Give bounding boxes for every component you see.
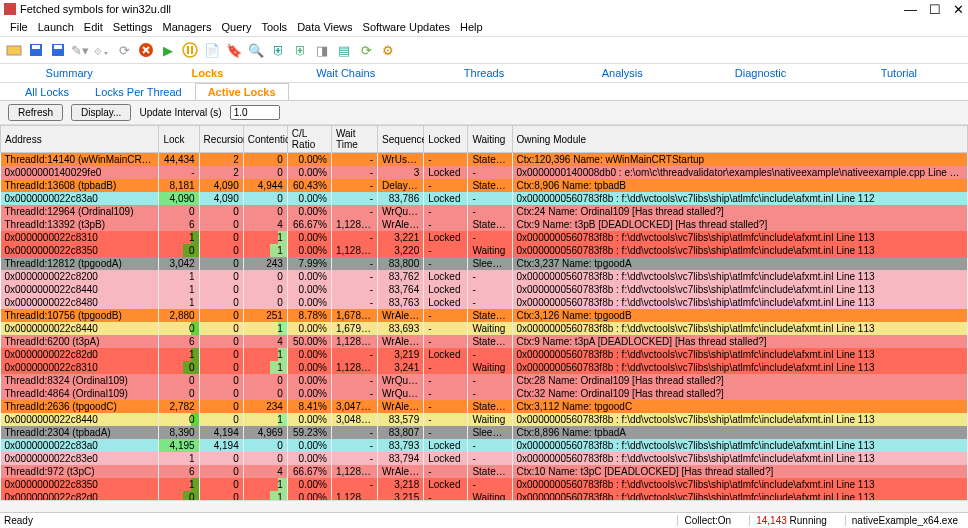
table-row[interactable]: ThreadId:13392 (t3pB)60466.67%1,128,464m… <box>1 218 968 231</box>
status-ready: Ready <box>4 515 33 526</box>
refresh-button[interactable]: Refresh <box>8 104 63 121</box>
table-row[interactable]: ThreadId:2636 (tpgoodC)2,78202348.41%3,0… <box>1 400 968 413</box>
pause-icon[interactable] <box>180 40 200 60</box>
tab-diagnostic[interactable]: Diagnostic <box>691 64 829 82</box>
refresh-icon[interactable]: ⟳ <box>114 40 134 60</box>
table-row[interactable]: 0x0000000022c83a04,0904,09000.00%-83,786… <box>1 192 968 205</box>
menu-edit[interactable]: Edit <box>80 20 107 34</box>
svg-rect-0 <box>7 46 21 55</box>
tab-summary[interactable]: Summary <box>0 64 138 82</box>
col-c-l-ratio[interactable]: C/L Ratio <box>287 126 331 153</box>
table-row[interactable]: 0x0000000022c83500010.00%1,128,465ms3,22… <box>1 244 968 257</box>
table-row[interactable]: ThreadId:13608 (tpbadB)8,1814,0904,94460… <box>1 179 968 192</box>
table-row[interactable]: 0x0000000022c83a04,1954,19400.00%-83,793… <box>1 439 968 452</box>
col-owning-module[interactable]: Owning Module <box>512 126 968 153</box>
interval-label: Update Interval (s) <box>139 107 221 118</box>
gear-reload-icon[interactable]: ⚙ <box>378 40 398 60</box>
main-tabs: SummaryLocksWait ChainsThreadsAnalysisDi… <box>0 64 968 83</box>
table-row[interactable]: 0x0000000022c82d01010.00%-3,219Locked-0x… <box>1 348 968 361</box>
col-lock[interactable]: Lock <box>159 126 199 153</box>
attach-icon[interactable]: ⟐▾ <box>92 40 112 60</box>
display-button[interactable]: Display... <box>71 104 131 121</box>
app-icon <box>4 3 16 15</box>
save-icon[interactable] <box>26 40 46 60</box>
db-icon[interactable]: ▤ <box>334 40 354 60</box>
col-recursion[interactable]: Recursion <box>199 126 243 153</box>
col-waiting[interactable]: Waiting <box>468 126 512 153</box>
table-row[interactable]: ThreadId:972 (t3pC)60466.67%1,128,680msW… <box>1 465 968 478</box>
table-row[interactable]: ThreadId:12964 (Ordinal109)0000.00%-WrQu… <box>1 205 968 218</box>
menu-managers[interactable]: Managers <box>159 20 216 34</box>
menu-data-views[interactable]: Data Views <box>293 20 356 34</box>
interval-input[interactable] <box>230 105 280 120</box>
menu-settings[interactable]: Settings <box>109 20 157 34</box>
table-row[interactable]: 0x0000000022c84400010.00%3,048ms83,579-W… <box>1 413 968 426</box>
col-sequence[interactable]: Sequence <box>378 126 424 153</box>
table-row[interactable]: 0x0000000022c82001000.00%-83,762Locked-0… <box>1 270 968 283</box>
menu-help[interactable]: Help <box>456 20 487 34</box>
statusbar: Ready Collect:On 14,143 Running nativeEx… <box>0 512 968 528</box>
titlebar: Fetched symbols for win32u.dll — ☐ ✕ <box>0 0 968 18</box>
table-row[interactable]: 0x0000000022c84801000.00%-83,763Locked-0… <box>1 296 968 309</box>
table-row[interactable]: 0x0000000022c83100010.00%1,128,471ms3,24… <box>1 361 968 374</box>
reload-icon[interactable]: ⟳ <box>356 40 376 60</box>
filter-bar: Refresh Display... Update Interval (s) <box>0 101 968 125</box>
window-title: Fetched symbols for win32u.dll <box>20 3 171 15</box>
close-button[interactable]: ✕ <box>953 2 964 17</box>
table-row[interactable]: 0x0000000022c83e01000.00%-83,794Locked-0… <box>1 452 968 465</box>
filter-icon[interactable]: ◨ <box>312 40 332 60</box>
menu-launch[interactable]: Launch <box>34 20 78 34</box>
tab-threads[interactable]: Threads <box>415 64 553 82</box>
tab-analysis[interactable]: Analysis <box>553 64 691 82</box>
svg-rect-7 <box>187 46 189 54</box>
col-locked[interactable]: Locked <box>424 126 468 153</box>
table-row[interactable]: ThreadId:14140 (wWinMainCRTStartup)44,43… <box>1 153 968 167</box>
shield-icon[interactable]: ⛨ <box>268 40 288 60</box>
tab-wait-chains[interactable]: Wait Chains <box>277 64 415 82</box>
play-icon[interactable]: ▶ <box>158 40 178 60</box>
table-row[interactable]: 0x0000000022c84400010.00%1,679ms83,693-W… <box>1 322 968 335</box>
svg-rect-8 <box>191 46 193 54</box>
subtab-locks-per-thread[interactable]: Locks Per Thread <box>82 83 195 100</box>
open-icon[interactable] <box>4 40 24 60</box>
menu-tools[interactable]: Tools <box>257 20 291 34</box>
tab-locks[interactable]: Locks <box>138 64 276 82</box>
menu-software-updates[interactable]: Software Updates <box>359 20 454 34</box>
sub-tabs: All LocksLocks Per ThreadActive Locks <box>0 83 968 101</box>
table-row[interactable]: 0x0000000022c84401000.00%-83,764Locked-0… <box>1 283 968 296</box>
col-wait-time[interactable]: Wait Time <box>331 126 377 153</box>
tab-tutorial[interactable]: Tutorial <box>830 64 968 82</box>
table-row[interactable]: ThreadId:2304 (tpbadA)8,3904,1944,96959.… <box>1 426 968 439</box>
menu-file[interactable]: File <box>6 20 32 34</box>
find-icon[interactable]: 🔍 <box>246 40 266 60</box>
table-row[interactable]: 0x0000000140029fe0-200.00%-3Locked-0x000… <box>1 166 968 179</box>
hscrollbar[interactable] <box>0 500 968 512</box>
col-contention[interactable]: Contention <box>243 126 287 153</box>
table-row[interactable]: ThreadId:6200 (t3pA)60450.00%1,128,470ms… <box>1 335 968 348</box>
shield2-icon[interactable]: ⛨ <box>290 40 310 60</box>
table-row[interactable]: 0x0000000022c82d00010.00%1,128,681ms3,21… <box>1 491 968 500</box>
table-row[interactable]: ThreadId:4864 (Ordinal109)0000.00%-WrQue… <box>1 387 968 400</box>
table-row[interactable]: 0x0000000022c83101010.00%-3,221Locked-0x… <box>1 231 968 244</box>
table-row[interactable]: ThreadId:10756 (tpgoodB)2,88002518.78%1,… <box>1 309 968 322</box>
maximize-button[interactable]: ☐ <box>929 2 941 17</box>
col-address[interactable]: Address <box>1 126 159 153</box>
status-collect: Collect:On <box>677 515 737 526</box>
data-grid[interactable]: AddressLockRecursionContentionC/L RatioW… <box>0 125 968 500</box>
tag-icon[interactable]: 🔖 <box>224 40 244 60</box>
subtab-active-locks[interactable]: Active Locks <box>195 83 289 100</box>
add-file-icon[interactable]: 📄 <box>202 40 222 60</box>
status-app: nativeExample_x64.exe <box>845 515 964 526</box>
status-run: Running <box>790 515 827 526</box>
table-row[interactable]: 0x0000000022c83501010.00%-3,218Locked-0x… <box>1 478 968 491</box>
subtab-all-locks[interactable]: All Locks <box>12 83 82 100</box>
menu-query[interactable]: Query <box>217 20 255 34</box>
svg-point-6 <box>183 43 197 57</box>
save2-icon[interactable] <box>48 40 68 60</box>
status-count: 14,143 <box>756 515 787 526</box>
table-row[interactable]: ThreadId:8324 (Ordinal109)0000.00%-WrQue… <box>1 374 968 387</box>
minimize-button[interactable]: — <box>904 2 917 17</box>
wand-icon[interactable]: ✎▾ <box>70 40 90 60</box>
stop-icon[interactable] <box>136 40 156 60</box>
table-row[interactable]: ThreadId:12812 (tpgoodA)3,04202437.99%-8… <box>1 257 968 270</box>
